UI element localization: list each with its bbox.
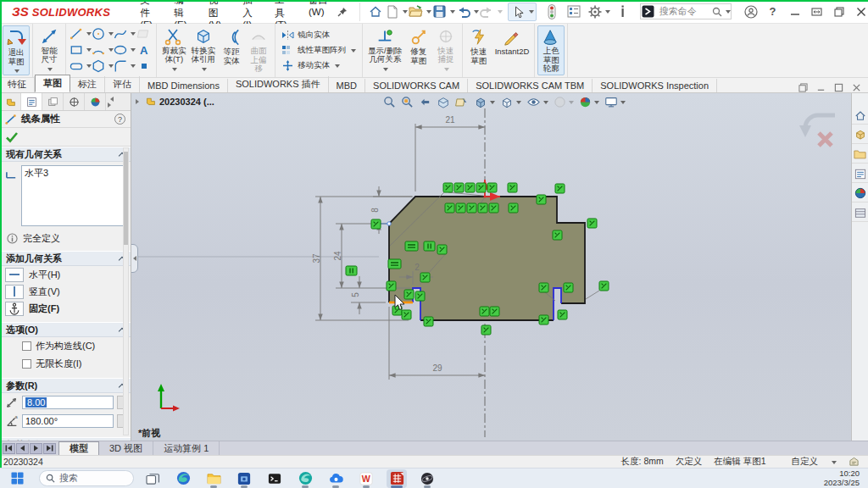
ellipse-tool-icon[interactable] <box>113 42 128 58</box>
doc-restore-icon[interactable] <box>798 83 808 92</box>
browser-beta-icon[interactable] <box>295 469 315 488</box>
hide-show-items-icon[interactable] <box>526 95 549 109</box>
display-style-icon[interactable] <box>499 95 522 109</box>
redo-dropdown[interactable] <box>498 10 503 16</box>
terminal-icon[interactable] <box>264 469 285 488</box>
panel-flyout-handle[interactable] <box>131 244 138 273</box>
start-button[interactable] <box>7 469 27 488</box>
motion-study-tab[interactable]: 运动算例 1 <box>153 441 220 455</box>
settings-dropdown[interactable] <box>605 10 610 16</box>
view-orientation-icon[interactable] <box>473 95 496 109</box>
arc-tool-icon[interactable] <box>91 42 106 58</box>
display-pane-icon[interactable] <box>852 204 868 222</box>
appearances-globe-icon[interactable] <box>852 185 868 202</box>
angle-field[interactable]: 180.00° <box>22 414 114 428</box>
minimize-window-icon[interactable] <box>787 4 802 19</box>
netdisk-cloud-icon[interactable] <box>326 469 346 488</box>
exit-sketch-button[interactable]: 退出 草图 <box>3 25 30 75</box>
linear-pattern-dropdown[interactable] <box>351 49 356 55</box>
convert-entities-button[interactable]: 转换实 体引用 <box>189 25 219 75</box>
doc-close-icon[interactable] <box>852 83 861 92</box>
add-vertical-button[interactable]: 竖直(V) <box>0 283 131 300</box>
tree-expand-icon[interactable] <box>136 99 142 104</box>
mirror-entities-button[interactable]: 镜向实体 <box>281 28 356 42</box>
repair-sketch-button[interactable]: 修复 草图 <box>405 25 432 75</box>
zoom-fit-icon[interactable] <box>382 95 397 109</box>
panel-scrollbar[interactable] <box>123 147 129 435</box>
user-account-icon[interactable] <box>743 4 758 19</box>
view-orientation-dropdown[interactable] <box>490 101 495 107</box>
model-tab[interactable]: 模型 <box>58 441 99 455</box>
new-document-icon[interactable] <box>384 3 401 20</box>
add-fix-button[interactable]: 固定(F) <box>0 300 131 317</box>
home-taskpane-icon[interactable] <box>852 107 868 125</box>
undo-icon[interactable] <box>455 3 472 20</box>
length-field[interactable]: 8.00 <box>22 396 114 409</box>
slot-tool-icon[interactable] <box>69 58 84 74</box>
media-player-icon[interactable] <box>417 469 437 488</box>
custom-properties-icon[interactable] <box>852 165 868 183</box>
display-manager-tab[interactable] <box>85 93 106 110</box>
tab-addins[interactable]: SOLIDWORKS 插件 <box>228 76 329 92</box>
pin-icon[interactable] <box>337 3 348 20</box>
3d-views-tab[interactable]: 3D 视图 <box>99 441 153 455</box>
options-list-icon[interactable] <box>565 3 582 20</box>
tab-cam[interactable]: SOLIDWORKS CAM <box>365 79 468 92</box>
section-view-icon[interactable] <box>436 95 451 109</box>
exit-sketch-dropdown[interactable] <box>14 69 19 75</box>
existing-relations-section[interactable]: 现有几何关系 <box>0 147 131 162</box>
units-dropdown[interactable] <box>832 461 837 467</box>
select-dropdown[interactable] <box>529 10 534 16</box>
offset-entities-button[interactable]: 等距 实体 <box>218 25 245 75</box>
apply-scene-icon[interactable] <box>578 95 600 109</box>
display-delete-relations-button[interactable]: 显示/删除 几何关系 <box>365 25 405 75</box>
ok-check-icon[interactable] <box>5 131 19 143</box>
task-view-icon[interactable] <box>142 469 163 488</box>
tab-mbd-dimensions[interactable]: MBD Dimensions <box>140 79 228 92</box>
parameters-section[interactable]: 参数(R) <box>0 378 131 393</box>
tab-inspection[interactable]: SOLIDWORKS Inspection <box>593 79 717 92</box>
linear-pattern-button[interactable]: 线性草图阵列 <box>281 43 356 58</box>
document-name[interactable]: 20230324 (... <box>159 97 214 107</box>
solidworks-taskbar-icon[interactable] <box>387 469 407 488</box>
help-icon[interactable]: ? <box>765 4 780 19</box>
sketch-endpoint[interactable] <box>387 222 391 225</box>
polygon-tool-icon[interactable] <box>91 58 106 74</box>
sketch-profile-fill[interactable] <box>389 197 585 320</box>
view-settings-dropdown[interactable] <box>620 101 626 107</box>
search-icon[interactable] <box>710 3 724 20</box>
sketch-canvas[interactable]: 21 8 37 24 5 2 29 <box>131 93 851 441</box>
status-tag-icon[interactable] <box>849 457 860 467</box>
close-window-icon[interactable] <box>854 4 868 19</box>
dimxpert-manager-tab[interactable] <box>64 93 85 110</box>
maximize-window-icon[interactable] <box>832 4 846 19</box>
tab-mbd[interactable]: MBD <box>329 79 365 92</box>
display-relations-dropdown[interactable] <box>383 68 388 74</box>
graphics-viewport[interactable]: 21 8 37 24 5 2 29 <box>131 93 851 441</box>
tab-evaluate[interactable]: 评估 <box>105 76 140 92</box>
panel-tab-scroll[interactable] <box>108 93 114 110</box>
display-style-dropdown[interactable] <box>516 101 521 107</box>
wps-icon[interactable]: W <box>356 469 376 488</box>
task-scheduler-icon[interactable] <box>615 3 632 20</box>
hide-show-dropdown[interactable] <box>543 101 548 107</box>
zoom-area-icon[interactable] <box>400 95 415 109</box>
tab-sketch[interactable]: 草图 <box>35 75 70 92</box>
add-relations-section[interactable]: 添加几何关系 <box>0 251 131 266</box>
instant2d-button[interactable]: Instant2D <box>492 25 532 75</box>
relations-listbox[interactable]: 水平3 <box>21 165 125 226</box>
feature-manager-tab[interactable] <box>0 93 21 110</box>
feature-tree-flyout[interactable]: 20230324 (... <box>136 96 214 107</box>
last-tab-button[interactable] <box>43 443 56 454</box>
trim-dropdown[interactable] <box>172 68 177 74</box>
smart-dimension-dropdown[interactable] <box>47 68 53 74</box>
command-search[interactable]: 搜索命令 <box>640 3 732 19</box>
spline-tool-icon[interactable] <box>113 26 128 42</box>
line-tool-icon[interactable] <box>69 26 84 42</box>
property-manager-tab[interactable] <box>21 93 42 110</box>
move-entities-dropdown[interactable] <box>335 64 340 70</box>
tab-annotation[interactable]: 标注 <box>70 76 105 92</box>
cancel-sketch-icon[interactable] <box>819 133 832 146</box>
panel-help-icon[interactable]: ? <box>114 114 125 125</box>
first-tab-button[interactable] <box>3 443 15 454</box>
